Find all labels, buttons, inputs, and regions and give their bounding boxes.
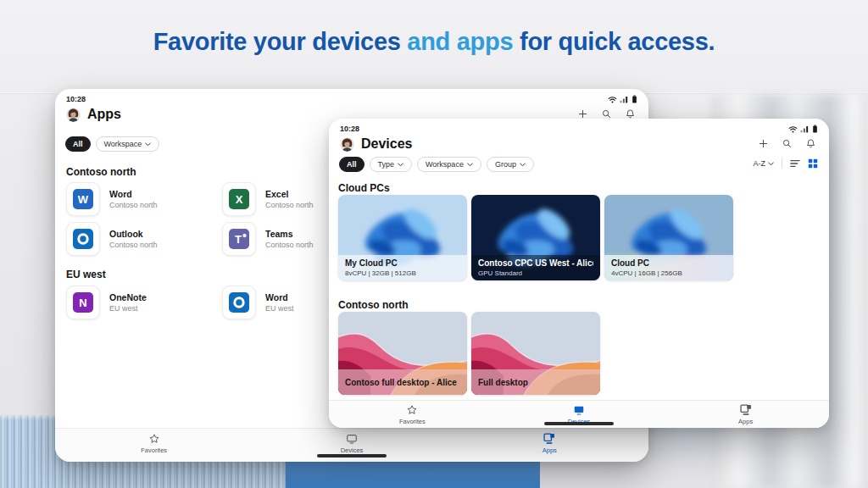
clock: 10:28 [66, 95, 86, 103]
page-title: Devices [361, 136, 413, 152]
device-card-contoso-full-desktop[interactable]: Contoso full desktop - Alice [338, 312, 467, 395]
headline-part-2: and apps [407, 28, 513, 55]
filter-chip-all[interactable]: All [339, 157, 364, 172]
device-card-cloud-pc[interactable]: Cloud PC 4vCPU | 16GB | 256GB [604, 195, 733, 280]
nav-item-apps[interactable]: Apps [708, 404, 784, 425]
monitor-icon [573, 404, 585, 416]
notifications-icon[interactable] [805, 138, 816, 149]
apps-grid-icon [543, 433, 555, 445]
app-tile-onenote[interactable]: OneNote EU west [66, 286, 222, 319]
app-tile-word[interactable]: Word Contoso north [66, 182, 222, 216]
teams-icon [229, 229, 249, 249]
home-indicator[interactable] [317, 454, 387, 458]
filter-chips: All Type Workspace Group [339, 157, 534, 172]
chevron-down-icon [768, 162, 774, 166]
filter-chip-all[interactable]: All [65, 136, 91, 152]
filter-chip-workspace[interactable]: Workspace [417, 157, 481, 172]
app-tile-outlook[interactable]: Outlook Contoso north [66, 222, 222, 256]
view-tools: A-Z [754, 158, 819, 169]
chevron-down-icon [398, 163, 403, 167]
grid-view-icon[interactable] [808, 158, 818, 169]
sort-dropdown[interactable]: A-Z [754, 159, 775, 168]
avatar[interactable] [340, 137, 354, 152]
chevron-down-icon [520, 163, 526, 167]
chevron-down-icon [467, 163, 473, 167]
page-title: Apps [87, 107, 121, 122]
section-title: Cloud PCs [338, 182, 390, 194]
device-card-my-cloud-pc[interactable]: My Cloud PC 8vCPU | 32GB | 512GB [338, 195, 467, 280]
cell-signal-icon [620, 96, 629, 103]
word-icon [73, 189, 93, 209]
section-title: EU west [66, 269, 106, 280]
battery-icon [632, 95, 637, 103]
wifi-icon [788, 125, 798, 133]
onenote-icon [73, 292, 93, 313]
filter-chip-type[interactable]: Type [370, 157, 413, 172]
device-card-full-desktop[interactable]: Full desktop [471, 312, 600, 395]
filter-chip-group[interactable]: Group [487, 157, 534, 172]
blue-object-background [286, 458, 540, 488]
apps-grid-icon [740, 404, 752, 416]
nav-item-favorites[interactable]: Favorites [374, 404, 450, 425]
section-title: Contoso north [338, 299, 409, 311]
marketing-headline: Favorite your devices and apps for quick… [0, 28, 868, 56]
user-avatar-icon [66, 108, 81, 122]
headline-part-1: Favorite your devices [153, 28, 401, 55]
filter-chip-workspace[interactable]: Workspace [96, 136, 160, 152]
chevron-down-icon [145, 142, 151, 147]
devices-window: 10:28 Devices All Type Workspace Group [329, 119, 829, 428]
status-bar: 10:28 [66, 95, 637, 103]
add-icon[interactable] [758, 138, 769, 149]
status-bar: 10:28 [340, 125, 818, 133]
wifi-icon [608, 96, 617, 103]
section-title: Contoso north [66, 166, 136, 178]
home-indicator[interactable] [544, 422, 614, 425]
nav-item-apps[interactable]: Apps [511, 433, 587, 454]
device-card-contoso-cpc[interactable]: Contoso CPC US West - Alice GPU Standard [471, 195, 600, 280]
star-icon [148, 433, 160, 445]
monitor-icon [346, 433, 358, 445]
battery-icon [812, 125, 818, 133]
cell-signal-icon [800, 125, 810, 133]
user-avatar-icon [340, 137, 354, 152]
filter-chips: All Workspace [65, 136, 159, 152]
excel-icon [229, 189, 249, 209]
outlook-icon [229, 292, 249, 313]
nav-item-favorites[interactable]: Favorites [116, 433, 192, 454]
list-view-icon[interactable] [790, 158, 800, 169]
outlook-icon [73, 229, 93, 249]
search-icon[interactable] [782, 138, 793, 149]
star-icon [406, 404, 418, 416]
device-card-row: My Cloud PC 8vCPU | 32GB | 512GB Contoso… [338, 195, 733, 280]
nav-item-devices[interactable]: Devices [314, 433, 390, 454]
clock: 10:28 [340, 125, 359, 133]
avatar[interactable] [66, 108, 81, 122]
divider [782, 158, 782, 169]
device-card-row: Contoso full desktop - Alice Full deskto… [338, 312, 600, 395]
headline-part-3: for quick access. [520, 28, 715, 55]
